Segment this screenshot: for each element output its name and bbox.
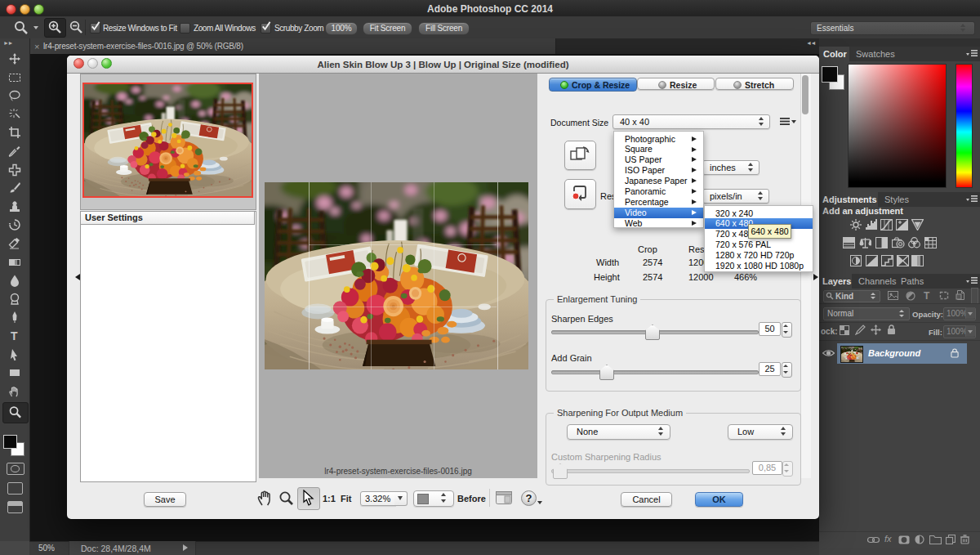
svg-text:T: T: [11, 329, 18, 342]
